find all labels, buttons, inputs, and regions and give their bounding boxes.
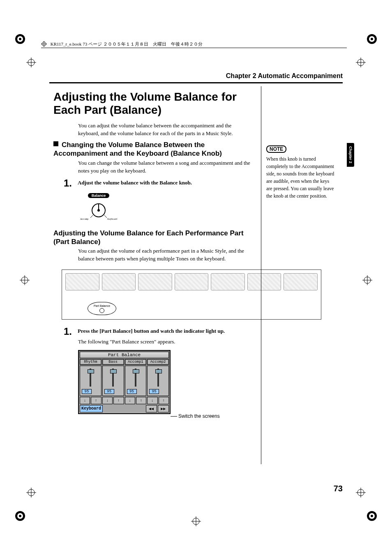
step-subtext: The following "Part Balance screen" appe… — [78, 339, 175, 345]
sub1-body: You can change the volume balance betwee… — [78, 159, 255, 175]
lcd-value: 95 — [82, 389, 92, 394]
svg-point-2 — [19, 38, 21, 40]
sub2-body: You can adjust the volume of each perfor… — [78, 247, 255, 263]
lcd-tab-rhythm[interactable]: Rhythm — [80, 359, 101, 365]
panel-section — [247, 273, 281, 290]
panel-section — [175, 273, 209, 290]
panel-section — [284, 273, 318, 290]
lcd-slider[interactable]: 95 — [147, 366, 169, 396]
step-1b: 1. Press the [Part Balance] button and w… — [64, 326, 269, 337]
crosshair-icon — [26, 488, 36, 497]
subheading-balance-knob: Changing the Volume Balance Between the … — [53, 140, 261, 158]
lcd-spacer — [104, 405, 145, 412]
side-tab-chapter: Chapter 2 — [347, 143, 354, 167]
lcd-up-button[interactable]: ↑ — [136, 397, 146, 404]
lcd-next-button[interactable]: ▶▶ — [158, 405, 169, 412]
lcd-prev-button[interactable]: ◀◀ — [146, 405, 157, 412]
crop-info-text: KR117_r_e.book 73 ページ ２００５年１１月８日 火曜日 午後４… — [51, 41, 203, 46]
callout-leader-line — [171, 416, 177, 417]
step-text: Adjust the volume balance with the Balan… — [78, 180, 192, 186]
lcd-up-button[interactable]: ↑ — [159, 397, 169, 404]
crosshair-icon — [41, 41, 47, 48]
lcd-value: 95 — [127, 389, 137, 394]
page-number: 73 — [334, 484, 343, 493]
crosshair-icon — [191, 516, 201, 526]
registration-mark-icon — [366, 510, 378, 522]
square-bullet-icon — [53, 141, 58, 146]
intro-paragraph: You can adjust the volume balance betwee… — [78, 122, 251, 138]
lcd-down-button[interactable]: ↓ — [147, 397, 157, 404]
button-indicator-icon — [99, 308, 104, 313]
sidebar-divider — [261, 86, 261, 464]
lcd-tab-accomp1[interactable]: Accomp1 — [125, 359, 147, 365]
crosshair-icon — [26, 58, 36, 67]
lcd-down-button[interactable]: ↓ — [125, 397, 135, 404]
crosshair-icon — [356, 488, 366, 497]
lcd-value: 95 — [104, 389, 114, 394]
registration-mark-icon — [14, 33, 26, 45]
page-title: Adjusting the Volume Balance for Each Pa… — [53, 90, 265, 117]
balance-knob-label: Balance — [88, 193, 109, 198]
lcd-title: Part Balance — [80, 352, 169, 358]
lcd-up-button[interactable]: ↑ — [113, 397, 124, 404]
instrument-panel-figure: Part Balance — [62, 269, 321, 320]
lcd-value: 95 — [149, 389, 159, 394]
panel-section — [102, 273, 136, 290]
step-text: Press the [Part Balance] button and watc… — [78, 328, 225, 334]
note-label: NOTE — [266, 145, 286, 153]
lcd-down-button[interactable]: ↓ — [102, 397, 113, 404]
knob-icon — [90, 200, 108, 219]
step-number: 1. — [64, 326, 76, 337]
lcd-tab-accomp2[interactable]: Accomp2 — [147, 359, 169, 365]
part-balance-screen: Part Balance Rhythm Bass Accomp1 Accomp2… — [78, 350, 171, 414]
note-body: When this knob is turned completely to t… — [266, 155, 336, 200]
balance-knob-figure: Balance Accomp Keyboard — [80, 193, 117, 220]
step-number: 1. — [64, 177, 76, 189]
lcd-down-button[interactable]: ↓ — [80, 397, 90, 404]
step-1a: 1. Adjust the volume balance with the Ba… — [64, 177, 253, 189]
crosshair-icon — [362, 275, 372, 285]
subheading-part-balance: Adjusting the Volume Balance for Each Pe… — [53, 229, 261, 246]
panel-section — [211, 273, 245, 290]
lcd-keyboard-button[interactable]: Keyboard — [80, 405, 103, 412]
registration-mark-icon — [366, 33, 378, 45]
lcd-up-button[interactable]: ↑ — [91, 397, 101, 404]
panel-section — [138, 273, 172, 290]
callout-label: Part Balance — [94, 304, 110, 307]
part-balance-callout: Part Balance — [88, 302, 116, 315]
panel-section — [65, 273, 99, 290]
subheading-text: Changing the Volume Balance Between the … — [53, 141, 222, 157]
crop-mark-header: KR117_r_e.book 73 ページ ２００５年１１月８日 火曜日 午後４… — [41, 41, 347, 47]
page: KR117_r_e.book 73 ページ ２００５年１１月８日 火曜日 午後４… — [0, 0, 392, 555]
crosshair-icon — [20, 275, 30, 285]
lcd-callout-text: Switch the screens — [178, 413, 220, 419]
lcd-slider[interactable]: 95 — [125, 366, 147, 396]
lcd-slider[interactable]: 95 — [102, 366, 124, 396]
crosshair-icon — [356, 58, 366, 67]
knob-right-label: Keyboard — [107, 218, 117, 220]
registration-mark-icon — [14, 510, 26, 522]
svg-point-8 — [19, 515, 21, 517]
chapter-header: Chapter 2 Automatic Accompaniment — [49, 72, 343, 80]
knob-left-label: Accomp — [80, 218, 88, 220]
svg-point-5 — [371, 38, 373, 40]
chapter-rule — [49, 82, 343, 83]
svg-point-11 — [371, 515, 373, 517]
lcd-tab-bass[interactable]: Bass — [102, 359, 124, 365]
subheading-text: Adjusting the Volume Balance for Each Pe… — [53, 229, 244, 246]
header-rule — [41, 48, 347, 48]
lcd-slider[interactable]: 95 — [80, 366, 101, 396]
